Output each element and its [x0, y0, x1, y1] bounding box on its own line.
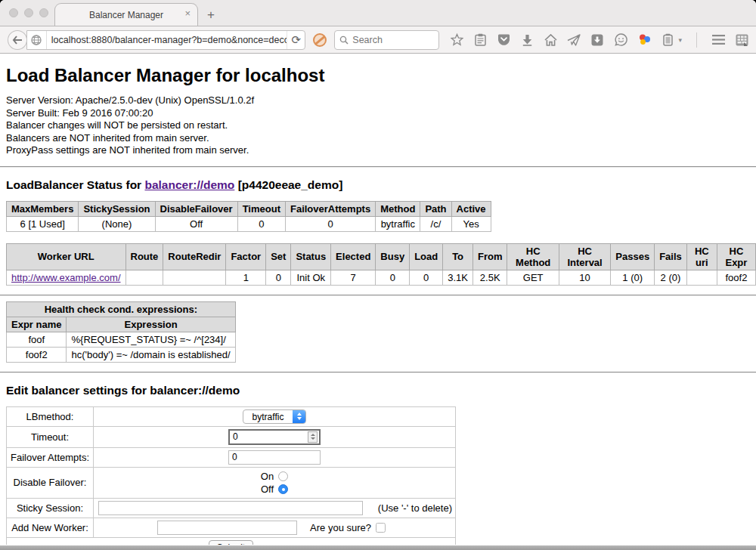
- col-maxmembers: MaxMembers: [7, 201, 79, 216]
- col-active: Active: [451, 201, 491, 216]
- table-row: foof2 hc('body') =~ /domain is establish…: [7, 347, 236, 362]
- divider: [0, 372, 756, 373]
- health-table-title: Health check cond. expressions:: [7, 301, 236, 317]
- health-check-table: Health check cond. expressions: Expr nam…: [6, 301, 236, 363]
- lbmethod-select[interactable]: bytraffic: [243, 409, 307, 424]
- add-worker-label: Add New Worker:: [7, 518, 94, 537]
- edit-balancer-form: LBmethod: bytraffic Timeout:: [6, 406, 456, 545]
- divider: [0, 295, 756, 296]
- persist-note-line: Balancer changes will NOT be persisted o…: [6, 119, 750, 132]
- container-icon[interactable]: [661, 33, 674, 47]
- inherit-note-line: Balancers are NOT inherited from main se…: [6, 132, 750, 145]
- url-text[interactable]: localhost:8880/balancer-manager?b=demo&n…: [47, 35, 287, 45]
- radio-off[interactable]: [278, 484, 288, 494]
- server-built-line: Server Built: Feb 9 2016 07:00:20: [6, 107, 750, 120]
- apps-grid-icon[interactable]: [735, 33, 748, 47]
- close-window-button[interactable]: [9, 8, 18, 17]
- menu-hamburger-icon[interactable]: [711, 33, 725, 47]
- content-blocked-icon[interactable]: [313, 33, 327, 47]
- radio-on-label: On: [261, 471, 274, 482]
- feedback-smiley-icon[interactable]: [614, 33, 627, 47]
- sticky-session-note: (Use '-' to delete): [378, 502, 452, 514]
- col-expr-name: Expr name: [7, 317, 67, 332]
- pocket-icon[interactable]: [497, 33, 510, 47]
- edit-settings-heading: Edit balancer settings for balancer://de…: [6, 384, 750, 397]
- form-row-timeout: Timeout:: [7, 426, 456, 447]
- back-arrow-icon: [12, 36, 23, 45]
- table-header-row: Worker URL Route RouteRedir Factor Set S…: [7, 243, 756, 270]
- form-row-failover-attempts: Failover Attempts:: [7, 447, 456, 467]
- navigation-toolbar: localhost:8880/balancer-manager?b=demo&n…: [0, 26, 756, 54]
- tab-close-icon[interactable]: ×: [184, 8, 191, 18]
- browser-tab[interactable]: Balancer Manager ×: [54, 3, 198, 26]
- color-dots-icon[interactable]: [637, 33, 651, 47]
- worker-table: Worker URL Route RouteRedir Factor Set S…: [6, 243, 756, 286]
- sticky-session-label: Sticky Session:: [7, 498, 94, 518]
- window-controls[interactable]: [9, 8, 48, 17]
- worker-url-link[interactable]: http://www.example.com/: [11, 272, 121, 283]
- disable-failover-label: Disable Failover:: [7, 467, 94, 498]
- search-input[interactable]: [352, 35, 428, 45]
- bookmark-star-icon[interactable]: [450, 33, 463, 47]
- timeout-input[interactable]: [228, 429, 321, 445]
- lbmethod-label: LBmethod:: [7, 406, 94, 426]
- back-button[interactable]: [8, 30, 27, 50]
- server-version-line: Server Version: Apache/2.5.0-dev (Unix) …: [6, 94, 750, 107]
- tab-title: Balancer Manager: [89, 10, 163, 20]
- page-content: Load Balancer Manager for localhost Serv…: [0, 54, 756, 545]
- are-you-sure-label: Are you sure?: [310, 522, 371, 533]
- table-header-row: MaxMembers StickySession DisableFailover…: [7, 201, 491, 216]
- send-plane-icon[interactable]: [567, 33, 581, 47]
- status-heading: LoadBalancer Status for balancer://demo …: [6, 178, 750, 192]
- failover-attempts-label: Failover Attempts:: [7, 447, 94, 467]
- status-heading-suffix: [p4420eeae_demo]: [234, 178, 342, 191]
- failover-attempts-input[interactable]: [228, 450, 321, 465]
- toolbar-icons: ▾: [450, 32, 748, 48]
- overflow-caret-icon[interactable]: ▾: [678, 36, 682, 44]
- reload-icon[interactable]: ⟳: [287, 31, 305, 49]
- col-path: Path: [420, 201, 451, 216]
- proxypass-note-line: ProxyPass settings are NOT inherited fro…: [6, 144, 750, 157]
- url-bar[interactable]: localhost:8880/balancer-manager?b=demo&n…: [26, 30, 306, 50]
- add-worker-input[interactable]: [157, 521, 297, 535]
- globe-icon[interactable]: [27, 31, 47, 49]
- radio-on[interactable]: [278, 471, 288, 481]
- sticky-session-input[interactable]: [98, 501, 363, 515]
- table-row: http://www.example.com/ 1 0 Init Ok 7 0 …: [7, 270, 756, 285]
- tab-bar: Balancer Manager × +: [0, 0, 756, 26]
- search-magnifier-icon: [339, 36, 349, 45]
- number-spinner[interactable]: [308, 431, 318, 443]
- server-info: Server Version: Apache/2.5.0-dev (Unix) …: [0, 94, 756, 157]
- table-title-row: Health check cond. expressions:: [7, 301, 236, 317]
- divider: [0, 166, 756, 168]
- window-bottom-edge: [0, 545, 756, 550]
- select-arrows-icon: [293, 410, 305, 423]
- form-row-sticky-session: Sticky Session: (Use '-' to delete): [7, 498, 456, 518]
- browser-window: Balancer Manager × + localhost:8880/bala…: [0, 0, 756, 545]
- lbmethod-selected-value: bytraffic: [243, 410, 293, 423]
- page-title: Load Balancer Manager for localhost: [6, 65, 750, 86]
- minimize-window-button[interactable]: [24, 8, 33, 17]
- col-stickysession: StickySession: [79, 201, 155, 216]
- home-icon[interactable]: [544, 33, 557, 47]
- radio-off-label: Off: [261, 484, 274, 495]
- balancer-status-table: MaxMembers StickySession DisableFailover…: [6, 201, 491, 232]
- table-header-row: Expr name Expression: [7, 317, 236, 332]
- col-method: Method: [376, 201, 420, 216]
- status-heading-prefix: LoadBalancer Status for: [6, 178, 144, 191]
- submit-button[interactable]: Submit: [209, 540, 253, 545]
- clipboard-icon[interactable]: [473, 33, 487, 47]
- balancer-link[interactable]: balancer://demo: [144, 178, 234, 191]
- new-tab-button[interactable]: +: [207, 8, 215, 21]
- table-row: foof %{REQUEST_STATUS} =~ /^[234]/: [7, 332, 236, 347]
- are-you-sure-checkbox[interactable]: [376, 523, 386, 533]
- search-bar[interactable]: [334, 30, 439, 50]
- zoom-window-button[interactable]: [39, 8, 48, 17]
- table-row: 6 [1 Used] (None) Off 0 0 bytraffic /c/ …: [7, 216, 491, 231]
- save-to-device-icon[interactable]: [590, 33, 604, 47]
- form-row-submit: Submit: [7, 537, 456, 545]
- col-worker-url: Worker URL: [7, 243, 126, 270]
- downloads-icon[interactable]: [520, 33, 534, 47]
- form-row-add-worker: Add New Worker: Are you sure?: [7, 518, 456, 537]
- form-row-disable-failover: Disable Failover: On Off: [7, 467, 456, 498]
